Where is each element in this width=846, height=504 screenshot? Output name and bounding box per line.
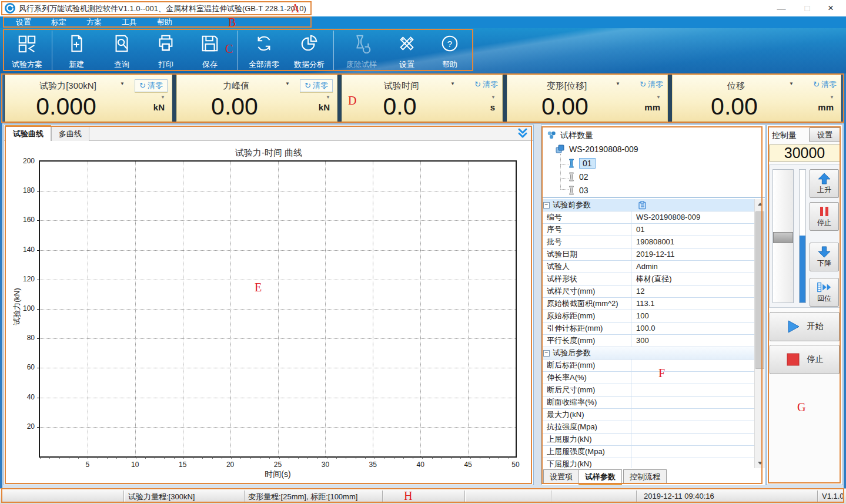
menu-tools[interactable]: 工具 [112,16,147,28]
param-value[interactable]: 12 [631,285,755,297]
tree-node-batch[interactable]: WS-20190808-009 [555,143,638,155]
param-value[interactable]: 113.1 [631,298,755,310]
clear-button[interactable]: ↻清零 [813,79,837,90]
param-value[interactable] [631,359,755,371]
toolbar-discard-specimen-button[interactable]: 废除试样 [339,33,384,70]
param-value[interactable]: 100 [631,310,755,322]
tab-specimen-params[interactable]: 试样参数 [579,469,622,485]
close-button[interactable]: × [818,0,844,16]
param-value[interactable]: 棒材(直径) [631,273,755,285]
param-value[interactable] [631,384,755,396]
y-tick [37,220,40,221]
toolbar-settings-button[interactable]: 设置 [386,33,427,70]
unit-dropdown-caret-icon[interactable]: ▼ [160,95,165,100]
param-value[interactable] [631,446,755,458]
param-value[interactable] [631,409,755,421]
scrollbar-thumb[interactable] [755,211,764,369]
param-value[interactable] [631,372,755,384]
tab-test-curve[interactable]: 试验曲线 [5,125,51,141]
minimize-button[interactable]: — [768,0,794,16]
unit-dropdown-caret-icon[interactable]: ▼ [326,95,330,100]
collapse-icon[interactable]: − [543,202,550,209]
stop-test-button[interactable]: 停止 [770,345,840,374]
metric-card-displacement: 位移 ▼ ↻清零 ▼ 0.00 mm [672,75,841,122]
unit-dropdown-caret-icon[interactable]: ▼ [491,95,496,100]
clear-button[interactable]: ↻清零 [300,79,333,92]
metric-dropdown-caret-icon[interactable]: ▼ [789,81,794,86]
collapse-double-chevron-down-icon[interactable] [517,128,529,139]
metrics-row: 试验力[300kN] ▼ ↻清零 ▼ 0.000 kN 力峰值 ▼ ↻清零 ▼ … [0,73,846,123]
metric-card-test-force: 试验力[300kN] ▼ ↻清零 ▼ 0.000 kN [5,75,172,122]
param-value[interactable]: WS-20190808-009 [631,211,755,223]
param-row: 编号WS-20190808-009 [542,211,755,224]
metric-dropdown-caret-icon[interactable]: ▼ [120,81,125,86]
tree-connector [560,154,561,189]
pause-icon [818,206,830,217]
tree-item-specimen-01[interactable]: 01 [568,157,596,169]
gridline [88,162,88,456]
clear-button[interactable]: ↻清零 [640,79,663,90]
metric-value: 0.00 [507,93,623,120]
return-home-button[interactable]: 回位 [810,278,839,307]
clear-button[interactable]: ↻清零 [135,79,168,92]
metric-dropdown-caret-icon[interactable]: ▼ [285,81,290,86]
y-tick [37,398,40,398]
crosshead-down-button[interactable]: 下降 [810,243,839,271]
toolbar-query-button[interactable]: 查询 [101,33,142,70]
toolbar-reset-all-button[interactable]: 全部清零 [241,33,287,70]
y-tick-label: 180 [15,186,35,194]
section-header-pre-test[interactable]: − 试验前参数 [542,199,755,211]
toolbar-separator [333,31,334,70]
maximize-button[interactable]: □ [794,0,820,16]
clear-button[interactable]: ↻清零 [474,79,498,90]
slider-thumb[interactable] [773,232,793,243]
crosshead-up-button[interactable]: 上升 [810,169,839,198]
unit-dropdown-caret-icon[interactable]: ▼ [830,95,834,100]
param-value[interactable] [631,434,755,445]
menu-bar: 设置 标定 方案 工具 帮助 [0,16,846,28]
toolbar-print-button[interactable]: 打印 [145,33,186,70]
metric-dropdown-caret-icon[interactable]: ▼ [450,81,455,86]
control-value-display[interactable]: 30000 [769,145,840,162]
speed-slider[interactable] [773,169,794,303]
toolbar-button-label: 打印 [158,59,173,70]
metric-dropdown-caret-icon[interactable]: ▼ [616,81,620,86]
y-tick [37,368,40,368]
toolbar-new-button[interactable]: 新建 [56,33,97,70]
param-value[interactable]: 2019-12-11 [631,248,755,260]
param-value[interactable] [631,458,755,468]
tree-item-specimen-03[interactable]: 03 [568,184,588,196]
control-settings-button[interactable]: 设置 [809,127,841,142]
toolbar-data-analysis-button[interactable]: 数据分析 [286,33,332,70]
menu-scheme[interactable]: 方案 [76,16,112,28]
toolbar-test-scheme-button[interactable]: 试验方案 [5,33,49,70]
table-scrollbar[interactable] [754,199,765,468]
menu-help[interactable]: 帮助 [147,16,182,28]
main-area: 试验曲线 多曲线 试验力-时间 曲线 [0,123,846,488]
param-label: 序号 [542,224,631,236]
param-value[interactable]: Admin [631,261,755,273]
toolbar-help-button[interactable]: ? 帮助 [429,33,470,70]
tab-control-flow[interactable]: 控制流程 [623,469,667,484]
toolbar-save-button[interactable]: 保存 [189,33,230,70]
menu-calibration[interactable]: 标定 [41,16,76,28]
param-value[interactable]: 300 [631,335,755,347]
start-test-button[interactable]: 开始 [770,312,840,341]
unit-dropdown-caret-icon[interactable]: ▼ [656,95,661,100]
param-value[interactable]: 01 [631,224,755,236]
section-header-post-test[interactable]: − 试验后参数 [542,347,755,359]
menu-settings[interactable]: 设置 [6,16,41,28]
collapse-icon[interactable]: − [543,350,550,357]
param-value[interactable]: 190808001 [631,236,755,248]
param-value[interactable]: 100.0 [631,322,755,334]
tab-multi-curve[interactable]: 多曲线 [51,126,89,141]
scroll-up-button[interactable] [755,199,765,209]
statusbar-separator [244,490,245,502]
param-row: 批号190808001 [542,236,755,248]
crosshead-stop-button[interactable]: 停止 [810,202,839,231]
tree-item-specimen-02[interactable]: 02 [568,171,588,183]
tab-settings-items[interactable]: 设置项 [543,469,579,484]
param-value[interactable] [631,397,755,408]
param-value[interactable] [631,421,755,433]
scroll-down-button[interactable] [755,458,765,468]
